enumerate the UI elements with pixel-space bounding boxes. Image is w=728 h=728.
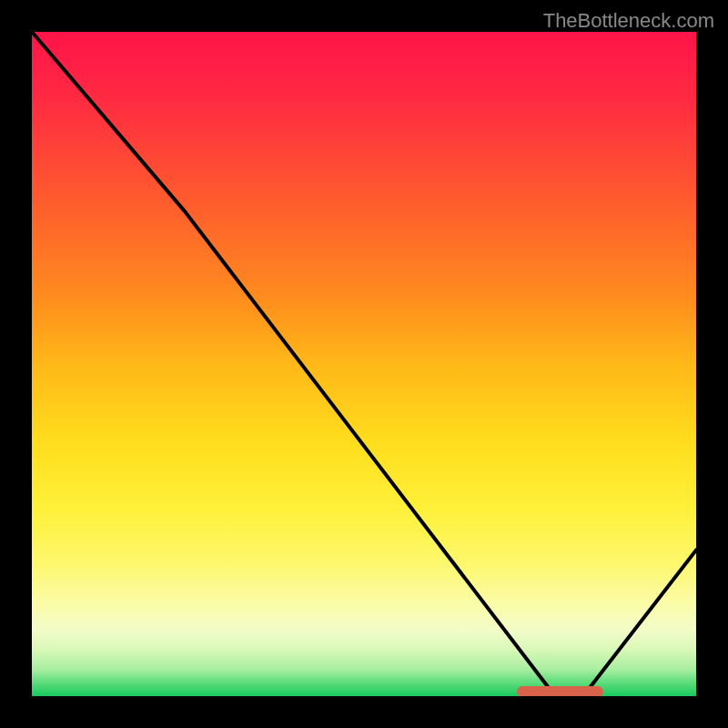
watermark-text: TheBottleneck.com [543, 9, 714, 33]
chart-line-svg [32, 32, 696, 696]
chart-curve [32, 32, 696, 696]
chart-plot-area [32, 32, 696, 696]
chart-marker-bar [517, 686, 603, 696]
